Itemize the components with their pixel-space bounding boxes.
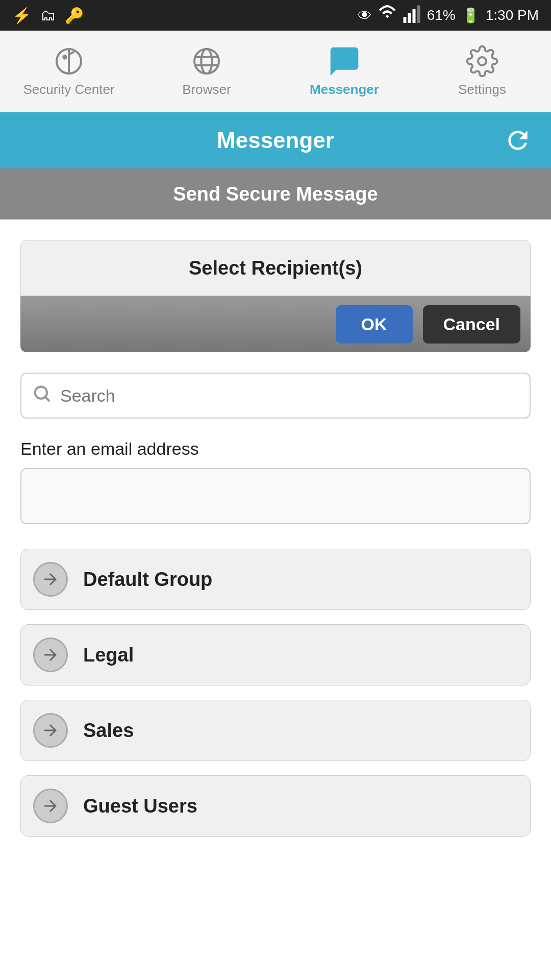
settings-icon bbox=[466, 45, 498, 78]
usb-icon: ⚡ bbox=[12, 7, 31, 24]
group-name: Legal bbox=[83, 644, 134, 666]
send-secure-label: Send Secure Message bbox=[173, 183, 378, 205]
email-label: Enter an email address bbox=[20, 439, 531, 459]
wifi-icon bbox=[378, 5, 396, 27]
tab-settings-label: Settings bbox=[458, 82, 506, 97]
search-input[interactable] bbox=[60, 386, 519, 406]
tab-messenger-label: Messenger bbox=[310, 82, 379, 97]
tab-security-label: Security Center bbox=[23, 82, 114, 97]
svg-point-9 bbox=[201, 49, 212, 74]
ok-cancel-bar: OK Cancel bbox=[20, 296, 531, 352]
svg-point-13 bbox=[35, 386, 47, 398]
tab-browser-label: Browser bbox=[182, 82, 231, 97]
status-bar: ⚡ 🗂 🔑 👁 61% 🔋 1:30 PM bbox=[0, 0, 551, 31]
svg-rect-0 bbox=[403, 17, 406, 23]
group-name: Sales bbox=[83, 720, 134, 742]
svg-point-7 bbox=[63, 56, 66, 58]
arrow-icon bbox=[33, 789, 68, 823]
arrow-icon bbox=[33, 638, 68, 672]
tab-settings[interactable]: Settings bbox=[413, 31, 551, 112]
svg-rect-2 bbox=[412, 9, 415, 23]
svg-rect-1 bbox=[408, 13, 411, 23]
group-name: Default Group bbox=[83, 569, 212, 591]
cancel-button[interactable]: Cancel bbox=[423, 305, 521, 344]
arrow-icon bbox=[33, 562, 68, 597]
tab-security-center[interactable]: Security Center bbox=[0, 31, 138, 112]
email-input[interactable] bbox=[20, 468, 531, 524]
svg-point-12 bbox=[478, 57, 486, 65]
recipient-title: Select Recipient(s) bbox=[189, 257, 362, 279]
tab-bar: Security Center Browser Messenger bbox=[0, 31, 551, 112]
tab-browser[interactable]: Browser bbox=[138, 31, 276, 112]
browser-icon bbox=[190, 45, 223, 78]
ok-button[interactable]: OK bbox=[336, 305, 413, 344]
search-icon bbox=[32, 383, 52, 408]
tab-messenger[interactable]: Messenger bbox=[276, 31, 413, 112]
messenger-header: Messenger bbox=[0, 112, 551, 168]
list-item-sales[interactable]: Sales bbox=[20, 700, 531, 761]
svg-line-14 bbox=[46, 397, 49, 401]
messenger-icon bbox=[328, 45, 361, 78]
search-box bbox=[20, 373, 531, 419]
security-icon bbox=[53, 45, 85, 78]
page-title: Messenger bbox=[217, 128, 334, 153]
sim-icon: 🗂 bbox=[40, 7, 56, 24]
svg-point-8 bbox=[194, 49, 219, 74]
send-secure-bar: Send Secure Message bbox=[0, 168, 551, 219]
eye-icon: 👁 bbox=[358, 7, 372, 24]
signal-icon bbox=[403, 5, 421, 27]
group-name: Guest Users bbox=[83, 795, 197, 817]
list-item-default-group[interactable]: Default Group bbox=[20, 549, 531, 610]
list-item-guest-users[interactable]: Guest Users bbox=[20, 775, 531, 837]
recipient-selector[interactable]: Select Recipient(s) bbox=[20, 240, 531, 296]
list-item-legal[interactable]: Legal bbox=[20, 624, 531, 685]
arrow-icon bbox=[33, 713, 68, 748]
key-icon: 🔑 bbox=[65, 7, 84, 24]
time-display: 1:30 PM bbox=[486, 7, 539, 23]
status-right: 👁 61% 🔋 1:30 PM bbox=[358, 5, 539, 27]
refresh-button[interactable] bbox=[500, 122, 536, 158]
battery-percent: 61% bbox=[427, 7, 456, 23]
svg-rect-3 bbox=[417, 5, 420, 23]
main-content: Select Recipient(s) OK Cancel Enter an e… bbox=[0, 219, 551, 871]
battery-icon: 🔋 bbox=[462, 7, 480, 24]
status-left: ⚡ 🗂 🔑 bbox=[12, 7, 84, 24]
